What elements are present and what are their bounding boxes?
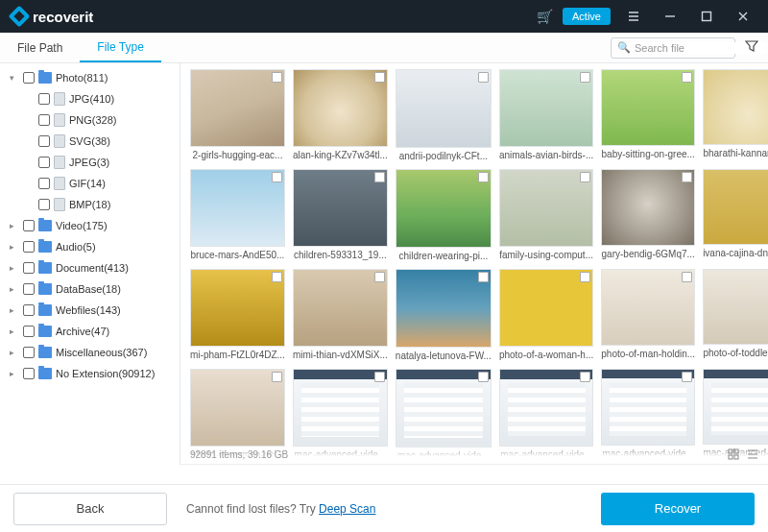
checkbox[interactable] [580,72,590,83]
sidebar-item[interactable]: ▸Video(175) [0,215,180,236]
thumbnail-card[interactable]: photo-of-man-holdin... [601,269,695,361]
thumbnail-image[interactable] [293,269,388,347]
checkbox[interactable] [23,283,35,295]
checkbox[interactable] [23,347,35,358]
checkbox[interactable] [38,93,50,105]
checkbox[interactable] [38,199,50,210]
sidebar-item[interactable]: ▸DataBase(18) [0,278,180,300]
thumbnail-image[interactable] [293,169,388,247]
sidebar-subitem[interactable]: GIF(14) [0,173,180,194]
recover-button[interactable]: Recover [601,493,755,525]
thumbnail-card[interactable]: photo-of-toddler-sm... [703,269,768,361]
thumbnail-image[interactable] [396,169,492,248]
checkbox[interactable] [682,72,692,83]
sidebar-item[interactable]: ▸Audio(5) [0,236,180,257]
checkbox[interactable] [374,172,385,182]
checkbox[interactable] [23,220,35,231]
thumbnail-image[interactable] [293,369,388,447]
checkbox[interactable] [478,72,489,83]
sidebar-item[interactable]: ▸Webfiles(143) [0,300,180,321]
thumbnail-image[interactable] [703,69,768,145]
checkbox[interactable] [23,304,35,316]
chevron-right-icon[interactable]: ▸ [10,242,19,252]
thumbnail-image[interactable] [190,369,285,447]
maximize-button[interactable] [693,3,720,30]
minimize-button[interactable] [657,3,684,30]
view-list-icon[interactable] [747,448,758,462]
thumbnail-card[interactable]: mac-advanced-vide... [601,369,695,461]
thumbnail-card[interactable]: gary-bendig-6GMq7... [601,169,695,261]
checkbox[interactable] [23,72,35,84]
thumbnail-image[interactable] [499,69,593,147]
thumbnail-image[interactable] [396,269,492,348]
thumbnail-card[interactable]: children-593313_19... [293,169,388,261]
thumbnail-image[interactable] [499,269,593,347]
checkbox[interactable] [23,241,35,253]
checkbox[interactable] [38,114,50,126]
sidebar-subitem[interactable]: JPG(410) [0,88,180,109]
tab-file-type[interactable]: File Type [80,33,160,62]
checkbox[interactable] [580,272,590,282]
checkbox[interactable] [478,372,489,382]
checkbox[interactable] [374,372,385,382]
thumbnail-card[interactable]: andrii-podilnyk-CFt... [396,69,492,161]
thumbnail-card[interactable]: mimi-thian-vdXMSiX... [293,269,388,361]
filter-icon[interactable] [745,39,758,57]
chevron-right-icon[interactable]: ▸ [10,221,19,230]
thumbnail-image[interactable] [396,369,492,447]
cart-icon[interactable]: 🛒 [537,9,553,24]
thumbnail-image[interactable] [601,169,695,246]
checkbox[interactable] [23,368,35,379]
checkbox[interactable] [682,272,692,282]
thumbnail-image[interactable] [190,169,285,247]
chevron-right-icon[interactable]: ▸ [10,369,19,378]
thumbnail-image[interactable] [499,369,593,447]
back-button[interactable]: Back [13,493,167,525]
checkbox[interactable] [272,72,282,83]
thumbnail-card[interactable]: baby-sitting-on-gree... [601,69,695,161]
checkbox[interactable] [682,372,692,382]
thumbnail-card[interactable]: mi-pham-FtZL0r4DZ... [190,269,285,361]
tab-file-path[interactable]: File Path [0,33,80,62]
chevron-right-icon[interactable]: ▸ [10,348,19,357]
thumbnail-card[interactable]: ivana-cajina-dnL6ZI... [703,169,768,261]
sidebar-subitem[interactable]: PNG(328) [0,109,180,131]
thumbnail-card[interactable]: natalya-letunova-FW... [396,269,492,361]
checkbox[interactable] [580,372,590,382]
thumbnail-card[interactable]: animals-avian-birds-... [499,69,593,161]
chevron-right-icon[interactable]: ▸ [10,305,19,315]
checkbox[interactable] [23,326,35,337]
search-box[interactable]: 🔍 [611,37,735,59]
chevron-right-icon[interactable]: ▸ [10,263,19,273]
checkbox[interactable] [23,262,35,274]
checkbox[interactable] [272,272,282,282]
sidebar-subitem[interactable]: SVG(38) [0,131,180,152]
checkbox[interactable] [478,272,489,282]
sidebar-item[interactable]: ▸No Extension(90912) [0,363,180,384]
thumbnail-image[interactable] [703,169,768,245]
thumbnail-image[interactable] [703,369,768,445]
thumbnail-card[interactable]: children-wearing-pi... [396,169,492,261]
checkbox[interactable] [38,157,50,168]
checkbox[interactable] [580,172,590,182]
thumbnail-card[interactable]: mac-advanced-vide... [499,369,593,461]
thumbnail-card[interactable]: mac-advanced-vide... [396,369,492,461]
thumbnail-image[interactable] [601,69,695,146]
thumbnail-card[interactable]: 2-girls-hugging-eac... [190,69,285,161]
thumbnail-card[interactable]: photo-of-woman-usi... [190,369,285,461]
thumbnail-card[interactable]: bruce-mars-AndE50... [190,169,285,261]
sidebar-subitem[interactable]: JPEG(3) [0,152,180,173]
sidebar-item[interactable]: ▾Photo(811) [0,67,180,88]
checkbox[interactable] [38,135,50,147]
thumbnail-image[interactable] [396,69,492,148]
sidebar-item[interactable]: ▸Miscellaneous(367) [0,342,180,363]
menu-icon[interactable] [620,3,647,30]
thumbnail-image[interactable] [703,269,768,345]
close-button[interactable] [730,3,756,30]
thumbnail-image[interactable] [601,269,695,346]
checkbox[interactable] [374,272,385,282]
thumbnail-card[interactable]: mac-advanced-vide... [293,369,388,461]
chevron-down-icon[interactable]: ▾ [10,73,19,83]
thumbnail-image[interactable] [293,69,388,147]
checkbox[interactable] [478,172,489,182]
